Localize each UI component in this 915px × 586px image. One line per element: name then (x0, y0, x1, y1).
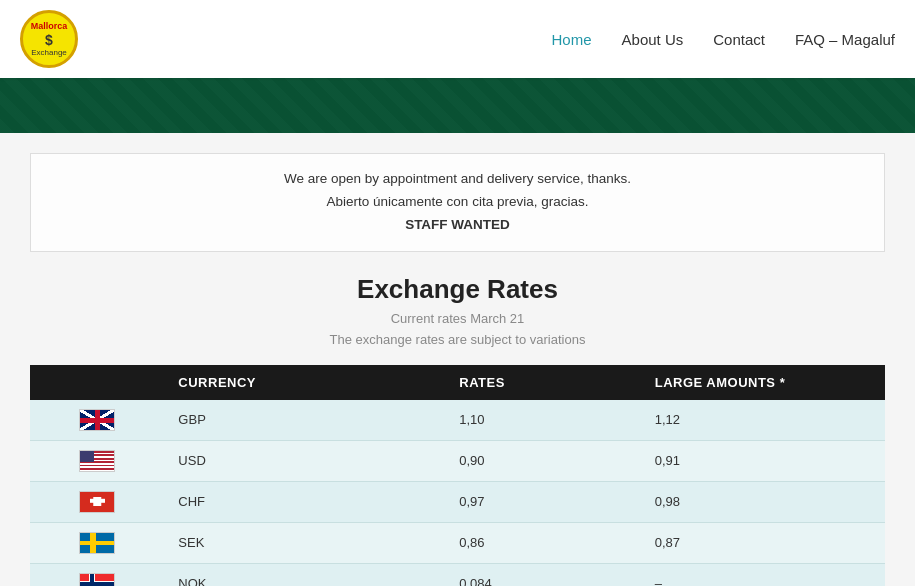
logo-subtext: Exchange (31, 48, 67, 57)
notice-line2: Abierto únicamente con cita previa, grac… (51, 191, 864, 214)
currency-cell: GBP (164, 400, 445, 441)
currency-cell: USD (164, 440, 445, 481)
flag-cell (30, 481, 164, 522)
rate-cell: 0,97 (445, 481, 640, 522)
flag-ch (79, 491, 115, 513)
rate-cell: 0,90 (445, 440, 640, 481)
rates-table: CURRENCY RATES LARGE AMOUNTS * GBP1,101,… (30, 365, 885, 586)
flag-cell (30, 522, 164, 563)
table-row: USD0,900,91 (30, 440, 885, 481)
exchange-note: The exchange rates are subject to variat… (30, 332, 885, 347)
logo-text: Mallorca (31, 21, 68, 32)
rate-cell: 0,86 (445, 522, 640, 563)
logo-dollar: $ (45, 32, 53, 48)
flag-gb (79, 409, 115, 431)
large-amount-cell: 1,12 (641, 400, 885, 441)
table-row: NOK0,084– (30, 563, 885, 586)
large-amount-cell: 0,91 (641, 440, 885, 481)
flag-se (79, 532, 115, 554)
flag-cell (30, 400, 164, 441)
large-amount-cell: 0,98 (641, 481, 885, 522)
rate-cell: 0,084 (445, 563, 640, 586)
flag-cell (30, 563, 164, 586)
col-rates: RATES (445, 365, 640, 400)
nav-contact[interactable]: Contact (713, 31, 765, 48)
rate-cell: 1,10 (445, 400, 640, 441)
table-row: GBP1,101,12 (30, 400, 885, 441)
notice-line1: We are open by appointment and delivery … (51, 168, 864, 191)
notice-box: We are open by appointment and delivery … (30, 153, 885, 252)
large-amount-cell: – (641, 563, 885, 586)
main-nav: Home About Us Contact FAQ – Magaluf (552, 31, 895, 48)
large-amount-cell: 0,87 (641, 522, 885, 563)
table-row: CHF0,970,98 (30, 481, 885, 522)
nav-about[interactable]: About Us (622, 31, 684, 48)
exchange-title: Exchange Rates (30, 274, 885, 305)
header: Mallorca $ Exchange Home About Us Contac… (0, 0, 915, 78)
exchange-date: Current rates March 21 (30, 311, 885, 326)
currency-cell: SEK (164, 522, 445, 563)
nav-home[interactable]: Home (552, 31, 592, 48)
nav-faq[interactable]: FAQ – Magaluf (795, 31, 895, 48)
flag-no (79, 573, 115, 586)
table-row: SEK0,860,87 (30, 522, 885, 563)
currency-cell: NOK (164, 563, 445, 586)
col-currency: CURRENCY (164, 365, 445, 400)
flag-us (79, 450, 115, 472)
logo[interactable]: Mallorca $ Exchange (20, 10, 78, 68)
currency-cell: CHF (164, 481, 445, 522)
col-large: LARGE AMOUNTS * (641, 365, 885, 400)
col-flag (30, 365, 164, 400)
hero-banner (0, 78, 915, 133)
main-content: We are open by appointment and delivery … (0, 133, 915, 586)
flag-cell (30, 440, 164, 481)
notice-line3: STAFF WANTED (51, 214, 864, 237)
